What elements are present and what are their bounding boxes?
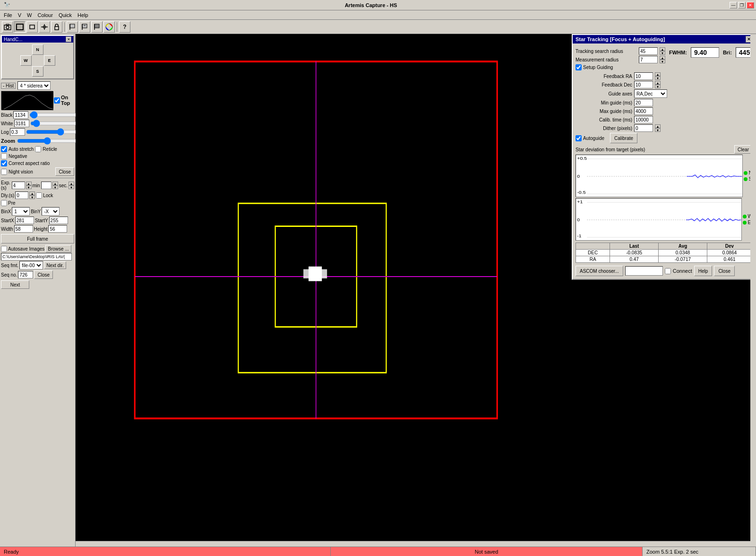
rectangle-button[interactable] [26,21,38,33]
connect-checkbox[interactable] [665,268,671,274]
compass-w-button[interactable]: W [20,55,32,66]
hist-label[interactable]: - Hist [1,83,16,89]
lock-checkbox[interactable] [36,192,42,199]
auto-stretch-checkbox[interactable] [1,146,7,152]
menu-colour[interactable]: Colour [34,11,55,19]
correct-aspect-checkbox[interactable] [1,160,7,166]
height-input[interactable] [48,225,67,233]
exp-up-btn[interactable]: ▲ [26,182,32,185]
min-input[interactable] [41,182,52,189]
negative-checkbox[interactable] [1,153,7,159]
restore-button[interactable]: ❐ [738,2,746,9]
exp-input[interactable] [12,182,25,189]
compass-n-button[interactable]: N [32,44,43,55]
feedback-ra-down-btn[interactable]: ▼ [655,76,661,80]
camera-button[interactable] [2,21,13,33]
close-button-2[interactable]: Close [34,270,53,279]
svg-rect-11 [82,24,87,28]
seq-fmt-select[interactable]: file-001 [19,261,43,269]
autosave-checkbox[interactable] [1,246,7,252]
dither-up-btn[interactable]: ▲ [655,124,661,128]
dly-down-btn[interactable]: ▼ [29,195,35,199]
flag1-button[interactable] [67,21,78,33]
close-dialog-button[interactable]: Close [714,266,735,276]
meas-radius-up-btn[interactable]: ▲ [660,56,665,60]
square-frame-button[interactable] [14,21,26,33]
feedback-ra-up-btn[interactable]: ▲ [655,72,661,76]
min-guide-input[interactable] [634,99,653,106]
tracking-radius-down-btn[interactable]: ▼ [660,51,665,55]
exp-down-btn[interactable]: ▼ [26,185,32,189]
feedback-dec-up-btn[interactable]: ▲ [655,81,661,85]
exp-label: Exp.(s) [1,180,11,191]
feedback-dec-down-btn[interactable]: ▼ [655,85,661,88]
calibrate-button[interactable]: Calibrate [610,133,637,143]
dither-input[interactable] [634,124,653,132]
tracking-radius-input[interactable] [639,47,658,55]
next-button[interactable]: Next [1,280,29,289]
measurement-radius-input[interactable] [639,56,658,63]
compass-s-button[interactable]: S [32,66,43,77]
starty-input[interactable] [49,217,68,224]
setup-guiding-checkbox[interactable] [576,64,582,70]
min-up-btn[interactable]: ▲ [52,182,58,185]
reticle-checkbox[interactable] [35,146,41,152]
menu-w[interactable]: W [24,11,34,19]
log-input[interactable] [10,128,25,136]
autoguide-checkbox[interactable] [576,135,582,141]
guide-axes-select[interactable]: RA,Dec RA only Dec only [634,89,667,98]
on-top-checkbox[interactable] [54,97,60,104]
sec-up-btn[interactable]: ▲ [69,182,74,185]
compass-e-button[interactable]: E [44,55,55,66]
vertical-scrollbar[interactable] [750,34,756,547]
meas-radius-down-btn[interactable]: ▼ [660,60,665,63]
help-button[interactable]: ? [119,21,130,33]
startx-input[interactable] [15,217,34,224]
menu-quick[interactable]: Quick [56,11,75,19]
close-window-button[interactable]: ✕ [747,2,754,9]
flag2-button[interactable] [79,21,90,33]
close-button-1[interactable]: Close [55,167,74,176]
feedback-ra-input[interactable] [634,72,653,80]
biny-select[interactable]: -X12 [42,207,60,216]
next-dir-button[interactable]: Next dir. [44,261,66,269]
sec-down-btn[interactable]: ▼ [69,185,74,189]
sidereal-select[interactable]: 4 * sidereal [17,81,51,90]
width-input[interactable] [14,225,33,233]
seq-no-input[interactable] [18,271,33,278]
flag3-button[interactable] [91,21,103,33]
dly-input[interactable] [15,191,28,199]
zoom-slider[interactable] [17,138,78,144]
pre-checkbox[interactable] [1,200,7,206]
feedback-dec-input[interactable] [634,81,653,88]
hand-controller-close-btn[interactable]: ✕ [66,36,71,42]
min-down-btn[interactable]: ▼ [52,185,58,189]
menu-v[interactable]: V [15,11,24,19]
minimize-button[interactable]: — [730,2,737,9]
clear-button[interactable]: Clear [734,145,752,154]
black-input[interactable] [13,111,28,119]
lock-button[interactable] [51,21,62,33]
help-button-dialog[interactable]: Help [694,266,713,276]
guide-col-label [576,243,610,250]
white-input[interactable] [14,120,29,127]
tracking-radius-label: Tracking search radius [576,49,637,54]
crosshair-button[interactable] [39,21,50,33]
dither-down-btn[interactable]: ▼ [655,128,661,132]
menu-help[interactable]: Help [75,11,91,19]
night-vision-checkbox[interactable] [1,169,7,175]
binx-select[interactable]: 123 [12,207,30,216]
ascom-input[interactable] [625,266,663,276]
dly-row: Dly.(s) ▲ ▼ Lock [1,191,74,199]
calib-time-input[interactable] [634,116,653,123]
color-wheel-button[interactable] [103,21,115,33]
full-frame-button[interactable]: Full frame [1,234,74,243]
tracking-radius-up-btn[interactable]: ▲ [660,47,665,51]
max-guide-input[interactable] [634,107,653,115]
horizontal-scrollbar[interactable] [76,541,750,547]
menu-file[interactable]: File [1,11,15,19]
ascom-chooser-button[interactable]: ASCOM chooser... [576,266,623,276]
browse-button[interactable]: Browse ... [45,245,71,252]
path-input[interactable] [1,253,72,261]
dly-up-btn[interactable]: ▲ [29,191,35,195]
